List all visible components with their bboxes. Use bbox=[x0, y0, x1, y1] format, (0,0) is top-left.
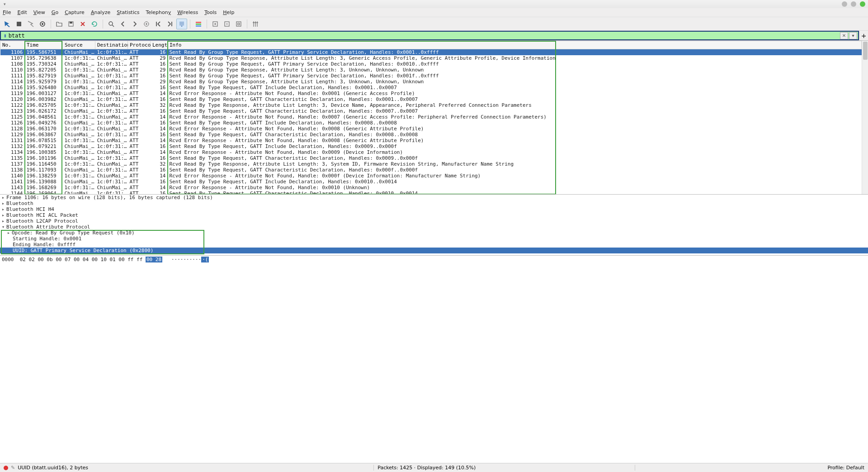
detail-l2cap[interactable]: Bluetooth L2CAP Protocol bbox=[6, 218, 78, 224]
open-file-button[interactable] bbox=[54, 19, 65, 29]
table-row[interactable]: 1135196.101196ChiunMai_…1c:0f:31:…ATT16S… bbox=[0, 155, 862, 161]
resize-columns-button[interactable] bbox=[250, 19, 261, 29]
capture-options-button[interactable] bbox=[37, 19, 48, 29]
menu-analyze[interactable]: Analyze bbox=[91, 10, 110, 15]
go-to-packet-button[interactable] bbox=[141, 19, 152, 29]
toolbar bbox=[0, 17, 868, 31]
zoom-in-button[interactable] bbox=[210, 19, 221, 29]
packet-list-header[interactable]: No. Time Source Destination Protocol Len… bbox=[0, 41, 862, 49]
table-row[interactable]: 1125196.0485611c:0f:31:…ChiunMai_…ATT14R… bbox=[0, 114, 862, 120]
window-maximize-button[interactable] bbox=[851, 1, 856, 7]
table-row[interactable]: 1108195.730324ChiunMai_…1c:0f:31:…ATT16S… bbox=[0, 61, 862, 67]
table-row[interactable]: 1120196.003982ChiunMai_…1c:0f:31:…ATT16S… bbox=[0, 96, 862, 102]
col-time[interactable]: Time bbox=[25, 41, 63, 49]
table-row[interactable]: 1119196.0031271c:0f:31:…ChiunMai_…ATT14R… bbox=[0, 91, 862, 96]
display-filter-input[interactable]: ▮ btatt bbox=[0, 31, 839, 40]
table-row[interactable]: 1107195.7296381c:0f:31:…ChiunMai_…ATT29R… bbox=[0, 55, 862, 61]
expand-icon[interactable]: ▸ bbox=[1, 212, 5, 218]
restart-capture-button[interactable] bbox=[25, 19, 36, 29]
menu-view[interactable]: View bbox=[33, 10, 45, 15]
table-row[interactable]: 1132196.079221ChiunMai_…1c:0f:31:…ATT16S… bbox=[0, 143, 862, 149]
zoom-out-button[interactable] bbox=[222, 19, 232, 29]
bookmark-icon[interactable]: ▮ bbox=[4, 33, 7, 38]
detail-bluetooth[interactable]: Bluetooth bbox=[6, 200, 33, 206]
detail-hci-acl[interactable]: Bluetooth HCI ACL Packet bbox=[6, 212, 78, 218]
colorize-button[interactable] bbox=[193, 19, 204, 29]
table-row[interactable]: 1137196.1164501c:0f:31:…ChiunMai_…ATT32R… bbox=[0, 161, 862, 167]
capture-file-props-icon[interactable]: ✎ bbox=[11, 465, 15, 471]
svg-rect-0 bbox=[17, 22, 21, 26]
menu-help[interactable]: Help bbox=[223, 10, 234, 15]
col-no[interactable]: No. bbox=[0, 41, 25, 49]
hex-ascii-selected: ·( bbox=[201, 257, 209, 262]
menu-tools[interactable]: Tools bbox=[204, 10, 217, 15]
menu-capture[interactable]: Capture bbox=[65, 10, 85, 15]
start-capture-button[interactable] bbox=[2, 19, 13, 29]
col-length[interactable]: Length bbox=[151, 41, 168, 49]
reload-button[interactable] bbox=[89, 19, 100, 29]
packet-list-scrollbar[interactable] bbox=[862, 41, 868, 194]
expand-icon[interactable]: ▸ bbox=[1, 200, 5, 206]
window-minimize-button[interactable] bbox=[842, 1, 847, 7]
table-row[interactable]: 1131196.0785151c:0f:31:…ChiunMai_…ATT14R… bbox=[0, 138, 862, 143]
table-row[interactable]: 1141196.139088ChiunMai_…1c:0f:31:…ATT16S… bbox=[0, 179, 862, 185]
table-row[interactable]: 1138196.117093ChiunMai_…1c:0f:31:…ATT16S… bbox=[0, 167, 862, 173]
find-button[interactable] bbox=[106, 19, 117, 29]
packet-details-pane[interactable]: ▸Frame 1106: 16 bytes on wire (128 bits)… bbox=[0, 195, 868, 256]
packet-bytes-pane[interactable]: 0000 02 02 00 0b 00 07 00 04 00 10 01 00… bbox=[0, 256, 868, 463]
filter-clear-button[interactable]: ✕ bbox=[840, 32, 848, 39]
go-last-button[interactable] bbox=[165, 19, 175, 29]
menu-telephony[interactable]: Telephony bbox=[146, 10, 171, 15]
detail-start-handle[interactable]: Starting Handle: 0x0001 bbox=[13, 236, 81, 242]
col-source[interactable]: Source bbox=[63, 41, 95, 49]
go-back-button[interactable] bbox=[118, 19, 128, 29]
table-row[interactable]: 1114195.9259791c:0f:31:…ChiunMai_…ATT29R… bbox=[0, 79, 862, 85]
menu-wireless[interactable]: Wireless bbox=[177, 10, 198, 15]
detail-uuid[interactable]: UUID: GATT Primary Service Declaration (… bbox=[13, 248, 153, 253]
zoom-reset-button[interactable] bbox=[233, 19, 244, 29]
expert-info-icon[interactable] bbox=[4, 466, 8, 470]
table-row[interactable]: 1122196.0257051c:0f:31:…ChiunMai_…ATT32R… bbox=[0, 102, 862, 108]
menu-file[interactable]: File bbox=[3, 10, 11, 15]
col-destination[interactable]: Destination bbox=[95, 41, 128, 49]
col-info[interactable]: Info bbox=[168, 41, 862, 49]
table-row[interactable]: 1144196.169064ChiunMai_…1c:0f:31:…ATT16S… bbox=[0, 191, 862, 194]
table-row[interactable]: 1111195.827919ChiunMai_…1c:0f:31:…ATT16S… bbox=[0, 73, 862, 79]
stop-capture-button[interactable] bbox=[14, 19, 24, 29]
go-forward-button[interactable] bbox=[129, 19, 140, 29]
table-row[interactable]: 1128196.0631701c:0f:31:…ChiunMai_…ATT14R… bbox=[0, 126, 862, 132]
expand-icon[interactable]: ▸ bbox=[1, 195, 5, 200]
table-row[interactable]: 1126196.049276ChiunMai_…1c:0f:31:…ATT16S… bbox=[0, 120, 862, 126]
table-row[interactable]: 1143196.1682691c:0f:31:…ChiunMai_…ATT14R… bbox=[0, 185, 862, 191]
expand-icon[interactable]: ▸ bbox=[6, 230, 11, 236]
col-protocol[interactable]: Protocol bbox=[128, 41, 151, 49]
table-row[interactable]: 1129196.063867ChiunMai_…1c:0f:31:…ATT16S… bbox=[0, 132, 862, 138]
detail-hci-h4[interactable]: Bluetooth HCI H4 bbox=[6, 206, 54, 212]
table-row[interactable]: 1106195.586751ChiunMai_…1c:0f:31:…ATT16S… bbox=[0, 49, 862, 56]
collapse-icon[interactable]: ▾ bbox=[1, 224, 5, 230]
detail-att[interactable]: Bluetooth Attribute Protocol bbox=[6, 224, 90, 230]
table-row[interactable]: 1110195.8272051c:0f:31:…ChiunMai_…ATT29R… bbox=[0, 67, 862, 73]
save-file-button[interactable] bbox=[66, 19, 76, 29]
table-row[interactable]: 1134196.1003851c:0f:31:…ChiunMai_…ATT14R… bbox=[0, 149, 862, 155]
menu-go[interactable]: Go bbox=[52, 10, 58, 15]
table-row[interactable]: 1140196.1382591c:0f:31:…ChiunMai_…ATT14R… bbox=[0, 173, 862, 179]
menu-edit[interactable]: Edit bbox=[17, 10, 27, 15]
filter-apply-button[interactable]: ▾ bbox=[849, 32, 857, 39]
expand-icon[interactable]: ▸ bbox=[1, 206, 5, 212]
go-first-button[interactable] bbox=[153, 19, 164, 29]
window-close-button[interactable] bbox=[860, 1, 865, 7]
table-row[interactable]: 1116195.926480ChiunMai_…1c:0f:31:…ATT16S… bbox=[0, 85, 862, 91]
expand-icon[interactable]: ▸ bbox=[1, 218, 5, 224]
status-field-info: UUID (btatt.uuid16), 2 bytes bbox=[18, 465, 88, 471]
auto-scroll-button[interactable] bbox=[176, 19, 187, 29]
svg-rect-21 bbox=[238, 23, 240, 25]
filter-add-button[interactable]: + bbox=[859, 31, 868, 40]
detail-frame[interactable]: Frame 1106: 16 bytes on wire (128 bits),… bbox=[6, 195, 213, 200]
status-profile[interactable]: Profile: Default bbox=[827, 465, 864, 471]
detail-opcode[interactable]: Opcode: Read By Group Type Request (0x10… bbox=[12, 230, 135, 236]
menu-statistics[interactable]: Statistics bbox=[117, 10, 139, 15]
table-row[interactable]: 1123196.026172ChiunMai_…1c:0f:31:…ATT16S… bbox=[0, 108, 862, 114]
detail-end-handle[interactable]: Ending Handle: 0xffff bbox=[13, 242, 75, 248]
close-file-button[interactable] bbox=[77, 19, 88, 29]
